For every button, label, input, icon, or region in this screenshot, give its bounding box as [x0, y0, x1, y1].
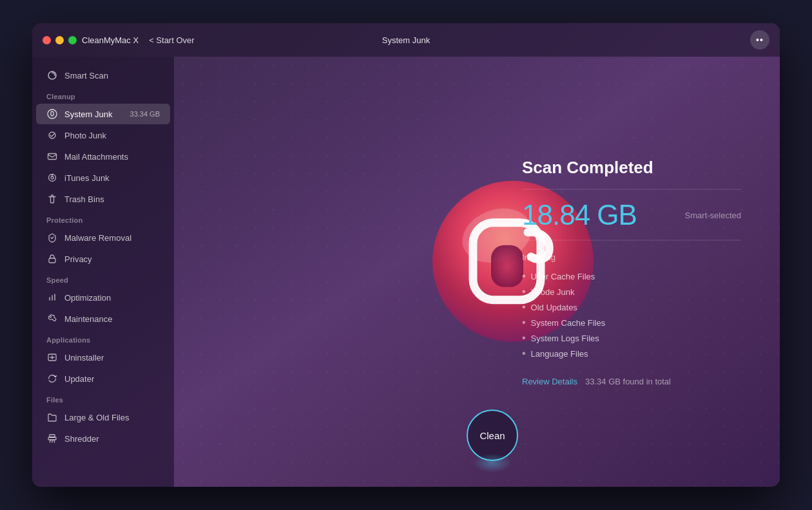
titlebar-left: CleanMyMac X < Start Over — [82, 35, 195, 45]
svg-point-4 — [51, 176, 53, 179]
main-layout: Smart Scan Cleanup System Junk 33.34 GB — [32, 57, 780, 487]
trash-bins-icon — [46, 193, 58, 205]
maintenance-label: Maintenance — [64, 314, 112, 324]
updater-label: Updater — [64, 374, 94, 384]
content-area: Scan Completed 18.84 GB Smart-selected I… — [174, 57, 780, 487]
malware-removal-icon — [46, 232, 58, 243]
itunes-junk-icon — [46, 172, 58, 184]
titlebar-right: •• — [750, 30, 769, 50]
list-item-old-updates: Old Updates — [522, 299, 741, 315]
sidebar-item-itunes-junk[interactable]: iTunes Junk — [36, 167, 170, 188]
sidebar-item-malware-removal[interactable]: Malware Removal — [36, 227, 170, 248]
privacy-icon — [46, 253, 58, 265]
review-details-link[interactable]: Review Details — [522, 377, 577, 386]
mail-attachments-label: Mail Attachments — [64, 152, 128, 162]
photo-junk-icon — [46, 129, 58, 141]
size-row: 18.84 GB Smart-selected — [522, 189, 741, 241]
clean-button-area: Clean — [467, 410, 518, 461]
svg-line-12 — [50, 440, 51, 442]
sidebar-item-system-junk[interactable]: System Junk 33.34 GB — [36, 104, 170, 124]
sidebar-item-maintenance[interactable]: Maintenance — [36, 308, 170, 329]
size-value: 18.84 GB — [522, 199, 637, 231]
window-controls — [43, 36, 77, 44]
svg-rect-15 — [50, 435, 55, 437]
list-item-system-cache: System Cache Files — [522, 315, 741, 330]
including-label: Including — [522, 252, 741, 262]
uninstaller-label: Uninstaller — [64, 353, 104, 363]
right-panel: Scan Completed 18.84 GB Smart-selected I… — [522, 158, 741, 386]
svg-rect-2 — [48, 154, 57, 160]
maximize-button[interactable] — [68, 36, 77, 44]
start-over-button[interactable]: < Start Over — [149, 35, 194, 45]
sidebar-item-large-old-files[interactable]: Large & Old Files — [36, 407, 170, 428]
uninstaller-icon — [46, 352, 58, 363]
app-window: CleanMyMac X < Start Over System Junk ••… — [32, 23, 780, 487]
titlebar: CleanMyMac X < Start Over System Junk •• — [32, 23, 780, 57]
optimization-icon — [46, 292, 58, 303]
system-junk-badge: 33.34 GB — [130, 110, 160, 118]
clean-button[interactable]: Clean — [467, 410, 518, 461]
sidebar-item-smart-scan[interactable]: Smart Scan — [36, 65, 170, 86]
section-cleanup-label: Cleanup — [32, 86, 174, 103]
shredder-label: Shredder — [64, 434, 99, 444]
sidebar-item-photo-junk[interactable]: Photo Junk — [36, 125, 170, 146]
maintenance-icon — [46, 313, 58, 325]
mail-attachments-icon — [46, 151, 58, 162]
optimization-label: Optimization — [64, 293, 111, 303]
privacy-label: Privacy — [64, 254, 92, 264]
scan-completed-title: Scan Completed — [522, 158, 741, 178]
close-button[interactable] — [43, 36, 51, 44]
list-item-user-cache: User Cache Files — [522, 269, 741, 284]
trash-bins-label: Trash Bins — [64, 194, 104, 204]
shredder-icon — [46, 433, 58, 444]
photo-junk-label: Photo Junk — [64, 131, 106, 140]
review-row: Review Details 33.34 GB found in total — [522, 377, 741, 386]
svg-rect-20 — [491, 245, 523, 287]
large-old-files-label: Large & Old Files — [64, 413, 129, 422]
minimize-button[interactable] — [55, 36, 64, 44]
sidebar-item-updater[interactable]: Updater — [36, 368, 170, 389]
section-speed-label: Speed — [32, 270, 174, 287]
svg-line-14 — [54, 440, 55, 442]
large-old-files-icon — [46, 411, 58, 423]
system-junk-icon — [46, 108, 58, 120]
smart-scan-icon — [46, 70, 58, 81]
more-options-button[interactable]: •• — [750, 30, 769, 50]
smart-scan-label: Smart Scan — [64, 71, 108, 80]
sidebar-item-privacy[interactable]: Privacy — [36, 249, 170, 269]
section-applications-label: Applications — [32, 330, 174, 346]
section-protection-label: Protection — [32, 210, 174, 227]
list-item-language-files: Language Files — [522, 346, 741, 361]
sidebar-item-shredder[interactable]: Shredder — [36, 428, 170, 449]
smart-selected-label: Smart-selected — [685, 210, 741, 220]
svg-rect-6 — [49, 258, 55, 263]
itunes-junk-label: iTunes Junk — [64, 173, 110, 183]
sidebar-item-mail-attachments[interactable]: Mail Attachments — [36, 146, 170, 167]
page-title: System Junk — [382, 35, 430, 45]
items-list: User Cache Files Xcode Junk Old Updates … — [522, 269, 741, 361]
app-name-label: CleanMyMac X — [82, 35, 139, 45]
updater-icon — [46, 373, 58, 384]
sidebar: Smart Scan Cleanup System Junk 33.34 GB — [32, 57, 174, 487]
malware-removal-label: Malware Removal — [64, 233, 131, 243]
sidebar-item-optimization[interactable]: Optimization — [36, 287, 170, 308]
sidebar-item-uninstaller[interactable]: Uninstaller — [36, 347, 170, 368]
list-item-xcode-junk: Xcode Junk — [522, 284, 741, 299]
list-item-system-logs: System Logs Files — [522, 330, 741, 346]
sidebar-item-trash-bins[interactable]: Trash Bins — [36, 189, 170, 209]
section-files-label: Files — [32, 390, 174, 406]
system-junk-label: System Junk — [64, 109, 112, 119]
found-total-label: 33.34 GB found in total — [585, 377, 671, 386]
